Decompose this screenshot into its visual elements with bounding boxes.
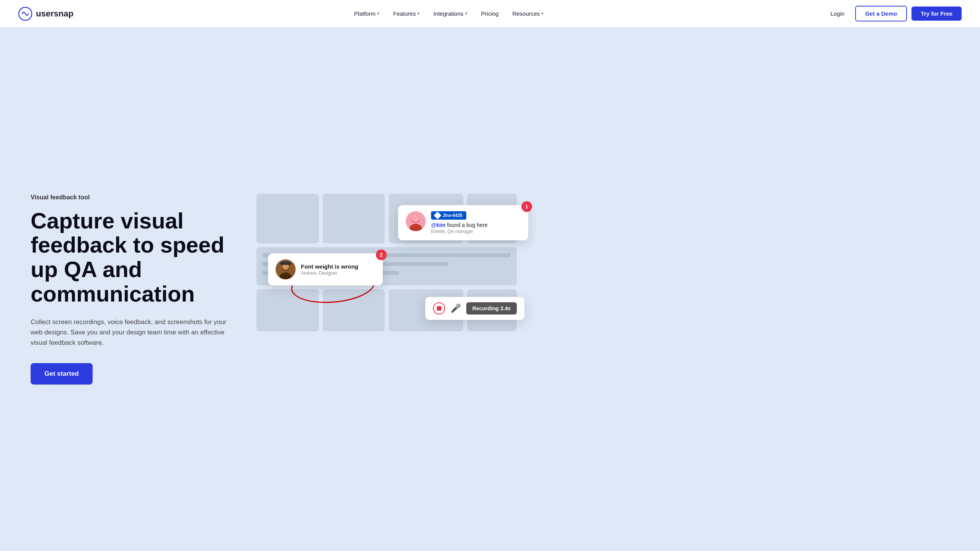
chevron-down-icon: ▾ bbox=[417, 11, 420, 16]
hero-section: Visual feedback tool Capture visual feed… bbox=[0, 28, 980, 551]
nav-actions: Login Get a Demo Try for Free bbox=[824, 6, 962, 21]
brand-name: usersnap bbox=[36, 9, 74, 19]
chevron-down-icon: ▾ bbox=[541, 11, 544, 16]
get-started-button[interactable]: Get started bbox=[31, 363, 93, 385]
navbar: usersnap Platform ▾ Features ▾ Integrati… bbox=[0, 0, 980, 28]
nav-resources[interactable]: Resources ▾ bbox=[507, 7, 549, 20]
login-link[interactable]: Login bbox=[824, 7, 851, 20]
bug-card-title: Font weight is wrong bbox=[301, 263, 358, 270]
bug-card-number: 2 bbox=[376, 249, 387, 260]
hero-description: Collect screen recordings, voice feedbac… bbox=[31, 317, 230, 348]
avatar bbox=[406, 211, 426, 231]
bug-card-content: Font weight is wrong Andrew, Designer bbox=[301, 263, 358, 276]
recording-label: Recording 3.4s bbox=[466, 302, 517, 315]
logo[interactable]: usersnap bbox=[18, 7, 74, 21]
jira-card-content: Jira-4435 @kim found a bug here Estelle,… bbox=[431, 211, 488, 234]
nav-links: Platform ▾ Features ▾ Integrations ▾ Pri… bbox=[349, 7, 549, 20]
get-demo-button[interactable]: Get a Demo bbox=[855, 6, 907, 21]
chevron-down-icon: ▾ bbox=[465, 11, 467, 16]
hero-right: Jira-4435 @kim found a bug here Estelle,… bbox=[253, 194, 949, 385]
stop-recording-button[interactable] bbox=[433, 302, 445, 315]
svg-rect-12 bbox=[282, 261, 289, 264]
jira-badge: Jira-4435 bbox=[431, 211, 466, 220]
logo-icon bbox=[18, 7, 32, 21]
jira-icon bbox=[434, 212, 441, 219]
hero-tag: Visual feedback tool bbox=[31, 194, 230, 201]
hero-left: Visual feedback tool Capture visual feed… bbox=[31, 194, 230, 385]
jira-card-message: @kim found a bug here bbox=[431, 222, 488, 228]
hero-headline: Capture visual feedback to speed up QA a… bbox=[31, 209, 230, 306]
nav-features[interactable]: Features ▾ bbox=[388, 7, 425, 20]
stop-icon bbox=[437, 306, 441, 311]
hero-illustration: Jira-4435 @kim found a bug here Estelle,… bbox=[253, 194, 521, 331]
nav-pricing[interactable]: Pricing bbox=[476, 7, 504, 20]
bug-feedback-card: Font weight is wrong Andrew, Designer 2 bbox=[268, 253, 383, 285]
nav-integrations[interactable]: Integrations ▾ bbox=[428, 7, 472, 20]
jira-card-author: Estelle, QA manager bbox=[431, 229, 488, 234]
svg-point-5 bbox=[413, 215, 418, 221]
avatar bbox=[276, 259, 296, 279]
try-free-button[interactable]: Try for Free bbox=[911, 7, 962, 21]
jira-feedback-card: Jira-4435 @kim found a bug here Estelle,… bbox=[398, 205, 528, 240]
nav-platform[interactable]: Platform ▾ bbox=[349, 7, 385, 20]
bug-card-author: Andrew, Designer bbox=[301, 271, 358, 276]
jira-card-number: 1 bbox=[521, 201, 532, 212]
recording-card: 🎤 Recording 3.4s bbox=[425, 297, 524, 320]
microphone-icon: 🎤 bbox=[451, 303, 461, 313]
chevron-down-icon: ▾ bbox=[377, 11, 379, 16]
